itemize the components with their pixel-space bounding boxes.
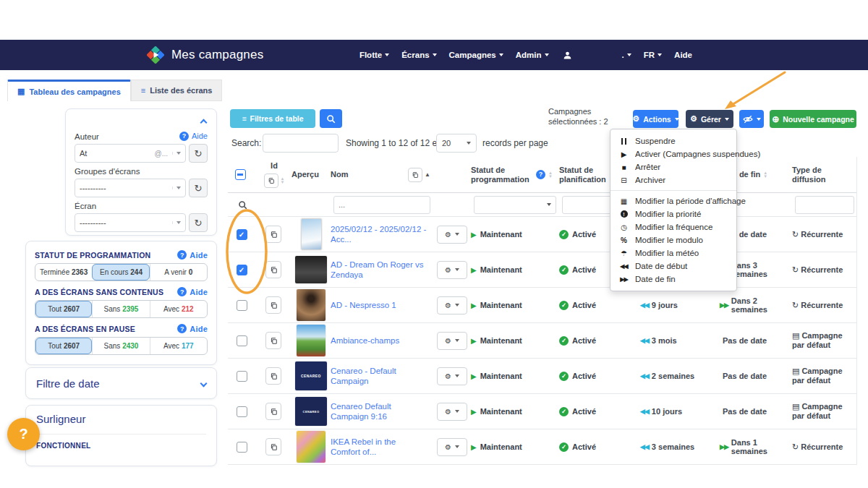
actions-button[interactable]: ⚙ Actions: [633, 110, 678, 128]
filter-sans-pause[interactable]: Sans 2430: [92, 338, 149, 354]
screen-groups-refresh-button[interactable]: ↻: [189, 179, 208, 197]
user-menu[interactable]: [563, 51, 572, 60]
help-link[interactable]: ?Aide: [177, 287, 208, 296]
select-all-checkbox[interactable]: [235, 169, 246, 180]
row-checkbox[interactable]: [237, 229, 247, 240]
header-id[interactable]: Id ▲▼: [255, 161, 292, 188]
row-settings-button[interactable]: ⚙: [437, 438, 467, 456]
campaign-preview[interactable]: [297, 289, 326, 321]
highlighter-item-fonctionnel[interactable]: FONCTIONNEL: [36, 442, 206, 450]
copy-id-button[interactable]: [265, 403, 281, 420]
author-input[interactable]: [80, 149, 140, 158]
tab-tableau-des-campagnes[interactable]: ▦ Tableau des campagnes: [7, 80, 131, 101]
menu-item-periode-affichage[interactable]: ▦Modifier la période d'affichage: [610, 194, 736, 207]
campaign-name-link[interactable]: AD - Nespresso 1: [331, 300, 433, 310]
campaign-name-link[interactable]: Cenareo Default Campaign 9:16: [331, 401, 433, 421]
row-settings-button[interactable]: ⚙: [437, 261, 467, 279]
menu-item-archiver[interactable]: ⊟Archiver: [610, 174, 736, 187]
row-checkbox[interactable]: [237, 406, 247, 417]
author-help-link[interactable]: ?Aide: [179, 132, 208, 141]
row-settings-button[interactable]: ⚙: [437, 367, 467, 385]
screen-refresh-button[interactable]: ↻: [189, 213, 208, 232]
filter-a-venir[interactable]: A venir 0: [150, 264, 207, 281]
name-filter-input[interactable]: [333, 196, 430, 214]
campaign-preview[interactable]: [295, 256, 327, 283]
row-checkbox[interactable]: [237, 371, 247, 382]
help-fab-button[interactable]: ?: [7, 418, 40, 450]
copy-id-button[interactable]: [265, 367, 281, 385]
campaign-name-link[interactable]: AD - Dream On Roger vs Zendaya: [331, 260, 433, 280]
campaign-preview[interactable]: [297, 431, 326, 463]
row-settings-button[interactable]: ⚙: [437, 403, 467, 421]
copy-icon[interactable]: [264, 174, 278, 188]
table-filters-button[interactable]: ≡ Filtres de table: [230, 109, 315, 128]
visibility-button[interactable]: [739, 110, 764, 128]
menu-item-activer[interactable]: ▶Activer (Campagnes suspendues): [610, 147, 736, 160]
menu-item-priorite[interactable]: !Modifier la priorité: [610, 207, 736, 221]
menu-item-arreter[interactable]: ■Arrêter: [610, 160, 736, 174]
campaign-name-link[interactable]: 2025/02/12 - 2025/02/12 - Acc...: [331, 224, 433, 244]
campaign-name-link[interactable]: Ambiance-champs: [331, 335, 433, 346]
nav-item-aide[interactable]: Aide: [674, 51, 692, 59]
manage-button[interactable]: ⚙ Gérer: [686, 110, 733, 128]
row-checkbox[interactable]: [237, 300, 247, 311]
header-apercu: Aperçu: [292, 170, 331, 179]
copy-icon[interactable]: [408, 168, 422, 182]
prog-status-filter-select[interactable]: [474, 196, 556, 214]
account-menu[interactable]: .: [622, 51, 631, 59]
row-checkbox[interactable]: [237, 265, 247, 275]
author-refresh-button[interactable]: ↻: [189, 144, 208, 163]
filter-sans-contenus[interactable]: Sans 2395: [92, 301, 149, 317]
menu-item-date-debut[interactable]: ◀◀Date de début: [610, 260, 736, 273]
nav-item-campagnes[interactable]: Campagnes: [449, 51, 503, 59]
menu-item-date-fin[interactable]: ▶▶Date de fin: [610, 273, 736, 286]
copy-id-button[interactable]: [265, 296, 281, 314]
language-menu[interactable]: FR: [644, 51, 662, 59]
row-settings-button[interactable]: ⚙: [437, 226, 467, 244]
tab-liste-des-ecrans[interactable]: ≡ Liste des écrans: [131, 80, 223, 101]
campaign-preview[interactable]: CENAREO: [295, 361, 327, 390]
campaign-name-link[interactable]: IKEA Rebel in the Comfort of...: [331, 437, 433, 457]
date-filter-card[interactable]: Filtre de date: [25, 367, 217, 399]
nav-item-flotte[interactable]: Flotte: [359, 51, 389, 59]
row-settings-button[interactable]: ⚙: [437, 332, 467, 350]
page-size-select[interactable]: 20: [436, 134, 477, 153]
new-campaign-button[interactable]: ⊕ Nouvelle campagne: [770, 110, 856, 128]
type-filter-input[interactable]: [795, 196, 854, 214]
help-link[interactable]: ?Aide: [177, 324, 208, 333]
search-input[interactable]: [263, 134, 339, 153]
campaign-preview[interactable]: [297, 325, 326, 356]
menu-item-modulo[interactable]: %Modifier le modulo: [610, 234, 736, 247]
menu-item-frequence[interactable]: ◷Modifier la fréquence: [610, 221, 736, 234]
help-link[interactable]: ?Aide: [177, 250, 208, 260]
nav-item-ecrans[interactable]: Écrans: [401, 51, 436, 59]
filter-tout-pause[interactable]: Tout 2607: [35, 338, 92, 354]
campaign-name-link[interactable]: Cenareo - Default Campaign: [331, 366, 433, 386]
search-toggle-button[interactable]: [320, 109, 342, 128]
header-nom[interactable]: Nom ▲: [331, 168, 433, 182]
nav-item-admin[interactable]: Admin: [516, 51, 549, 59]
header-statut-programmation[interactable]: Statut de programmation ? ▲▼: [471, 166, 559, 184]
copy-id-button[interactable]: [265, 261, 281, 278]
copy-id-button[interactable]: [265, 438, 281, 455]
screen-groups-select[interactable]: ----------: [75, 179, 186, 197]
filter-en-cours[interactable]: En cours 244: [92, 264, 149, 281]
menu-item-suspendre[interactable]: Suspendre: [610, 134, 736, 147]
filter-avec-pause[interactable]: Avec 177: [150, 338, 207, 354]
filter-avec-contenus[interactable]: Avec 212: [150, 301, 207, 317]
campaign-preview[interactable]: CENAREO: [295, 397, 327, 426]
search-icon[interactable]: [238, 200, 247, 210]
end-date: Pas de date: [723, 407, 767, 416]
menu-item-meteo[interactable]: ☂Modifier la météo: [610, 247, 736, 260]
filter-terminee[interactable]: Terminée 2363: [35, 264, 92, 281]
row-checkbox[interactable]: [237, 442, 247, 453]
row-settings-button[interactable]: ⚙: [437, 296, 467, 314]
row-checkbox[interactable]: [237, 335, 247, 346]
author-select[interactable]: @...: [75, 144, 186, 163]
collapse-chevron-icon[interactable]: [200, 119, 208, 127]
copy-id-button[interactable]: [265, 226, 281, 243]
campaign-preview[interactable]: [301, 218, 322, 250]
filter-tout-contenus[interactable]: Tout 2607: [35, 301, 92, 317]
screen-select[interactable]: ----------: [75, 213, 186, 232]
copy-id-button[interactable]: [265, 332, 281, 349]
